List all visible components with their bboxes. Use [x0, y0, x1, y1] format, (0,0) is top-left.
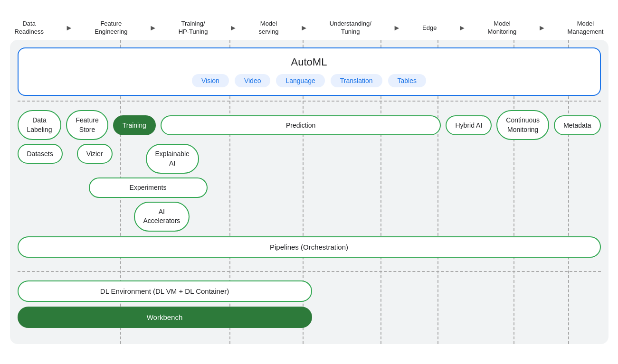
pipelines-bar: Pipelines (Orchestration) — [18, 236, 601, 258]
box-prediction: Prediction — [161, 115, 441, 135]
chip-language: Language — [276, 74, 324, 87]
bottom-section: DL Environment (DL VM + DL Container) Wo… — [18, 277, 601, 336]
main-container: DataReadiness ► FeatureEngineering ► Tra… — [10, 20, 608, 344]
step-edge: Edge — [422, 24, 437, 32]
box-workbench: Workbench — [18, 307, 312, 328]
step-model-management: ModelManagement — [567, 20, 603, 36]
arrow-4: ► — [300, 24, 308, 32]
chip-vision: Vision — [192, 74, 229, 87]
automl-title: AutoML — [28, 56, 590, 68]
arrow-3: ► — [229, 24, 237, 32]
chip-translation: Translation — [331, 74, 382, 87]
step-feature-engineering: FeatureEngineering — [95, 20, 127, 36]
middle-section: DataLabeling FeatureStore Training Predi… — [18, 106, 601, 266]
arrow-7: ► — [538, 24, 546, 32]
box-explainable-ai: ExplainableAI — [146, 144, 199, 174]
box-ai-accelerators: AIAccelerators — [134, 202, 190, 232]
box-datasets: Datasets — [18, 144, 63, 164]
step-understanding: Understanding/Tuning — [330, 20, 371, 36]
box-training: Training — [113, 115, 156, 135]
box-data-labeling: DataLabeling — [18, 110, 62, 140]
chip-tables: Tables — [388, 74, 426, 87]
pipeline-header: DataReadiness ► FeatureEngineering ► Tra… — [10, 20, 608, 36]
box-experiments: Experiments — [89, 177, 208, 197]
arrow-5: ► — [393, 24, 401, 32]
divider-1 — [18, 101, 601, 102]
step-model-monitoring: ModelMonitoring — [488, 20, 517, 36]
chip-video: Video — [235, 74, 271, 87]
box-feature-store: FeatureStore — [66, 110, 108, 140]
step-data-readiness: DataReadiness — [15, 20, 44, 36]
box-metadata: Metadata — [554, 115, 600, 135]
box-continuous-monitoring: ContinuousMonitoring — [496, 110, 549, 140]
divider-2 — [18, 271, 601, 272]
step-training: Training/HP-Tuning — [179, 20, 208, 36]
step-model-serving: Modelserving — [259, 20, 279, 36]
automl-section: AutoML Vision Video Language Translation… — [18, 47, 601, 96]
diagram-area: AutoML Vision Video Language Translation… — [10, 40, 608, 344]
automl-chips: Vision Video Language Translation Tables — [28, 74, 590, 87]
box-dl-environment: DL Environment (DL VM + DL Container) — [18, 280, 312, 302]
arrow-2: ► — [149, 24, 157, 32]
arrow-1: ► — [66, 24, 73, 32]
box-vizier: Vizier — [77, 144, 113, 164]
box-hybrid-ai: Hybrid AI — [446, 115, 492, 135]
arrow-6: ► — [458, 24, 466, 32]
